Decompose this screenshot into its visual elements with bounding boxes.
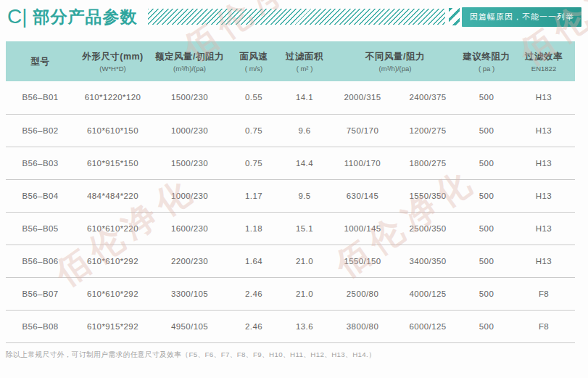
- cell-final-resistance: 500: [460, 147, 513, 179]
- cell-final-resistance: 500: [460, 81, 513, 114]
- cell-final-resistance: 500: [460, 114, 513, 147]
- col-header-sub: (m³/h)/(pa): [151, 65, 228, 73]
- cell-model: B56–B03: [6, 147, 75, 179]
- cell-rated-airflow: 1500/230: [151, 81, 228, 114]
- table-row: B56–B05 610*610*220 1600/230 1.18 15.1 1…: [6, 212, 575, 245]
- col-header-efficiency: 过滤效率 EN1822: [513, 41, 575, 81]
- cell-final-resistance: 500: [460, 179, 513, 212]
- col-header-final-resistance: 建议终阻力 ( pa ): [460, 41, 513, 81]
- table-row: B56–B07 610*610*292 3300/105 2.46 21.0 2…: [6, 277, 575, 310]
- cell-face-velocity: 2.46: [228, 277, 279, 310]
- cell-filter-area: 9.6: [279, 114, 330, 147]
- table-header-row: 型号 外形尺寸(mm) (W*H*D) 额定风量/初阻力 (m³/h)/(pa)…: [6, 41, 575, 81]
- cell-face-velocity: 0.75: [228, 114, 279, 147]
- cell-dimensions: 610*610*220: [75, 212, 151, 245]
- cell-model: B56–B01: [6, 81, 75, 114]
- col-header-label: 外形尺寸(mm): [75, 51, 151, 62]
- cell-face-velocity: 1.17: [228, 179, 279, 212]
- cell-dimensions: 610*1220*120: [75, 81, 151, 114]
- cell-efficiency: H13: [513, 147, 575, 179]
- cell-filter-area: 15.1: [279, 212, 330, 245]
- cell-face-velocity: 0.55: [228, 81, 279, 114]
- col-header-model: 型号: [6, 41, 75, 81]
- cell-final-resistance: 500: [460, 310, 513, 342]
- col-header-sub: ( pa ): [460, 65, 513, 73]
- table-row: B56–B08 610*915*292 4950/105 2.46 13.6 3…: [6, 310, 575, 342]
- cell-efficiency: F8: [513, 277, 575, 310]
- col-header-label: 过滤面积: [279, 51, 330, 62]
- cell-model: B56–B05: [6, 212, 75, 245]
- catalog-page: 佰伦净化 佰伦净化 佰伦净化 佰伦净化 C| 部分产品参数 因篇幅原因，不能一一…: [0, 0, 588, 378]
- cell-airflow-resistance-2: 3400/350: [395, 245, 460, 277]
- cell-filter-area: 14.1: [279, 81, 330, 114]
- col-header-face-velocity: 面风速 ( m/s): [228, 41, 279, 81]
- col-header-dimensions: 外形尺寸(mm) (W*H*D): [75, 41, 151, 81]
- cell-dimensions: 610*610*292: [75, 245, 151, 277]
- cell-airflow-resistance-1: 3800/80: [330, 310, 395, 342]
- cell-model: B56–B02: [6, 114, 75, 147]
- hatch-divider: [148, 9, 446, 25]
- cell-efficiency: H13: [513, 81, 575, 114]
- cell-final-resistance: 500: [460, 245, 513, 277]
- table-row: B56–B01 610*1220*120 1500/230 0.55 14.1 …: [6, 81, 575, 114]
- cell-airflow-resistance-1: 630/145: [330, 179, 395, 212]
- table-row: B56–B02 610*610*150 1000/230 0.75 9.6 75…: [6, 114, 575, 147]
- cell-airflow-resistance-1: 1550/150: [330, 245, 395, 277]
- cell-filter-area: 13.6: [279, 310, 330, 342]
- col-header-sub: (W*H*D): [75, 65, 151, 73]
- cell-airflow-resistance-2: 1800/275: [395, 147, 460, 179]
- cell-filter-area: 21.0: [279, 245, 330, 277]
- page-header: C| 部分产品参数 因篇幅原因，不能一一列举: [7, 3, 581, 30]
- col-header-filter-area: 过滤面积 ( m² ): [279, 41, 330, 81]
- cell-model: B56–B06: [6, 245, 75, 277]
- cell-dimensions: 610*610*150: [75, 114, 151, 147]
- col-header-sub: (m³/h)/(pa): [330, 65, 460, 73]
- col-header-label: 额定风量/初阻力: [151, 51, 228, 62]
- cell-face-velocity: 2.46: [228, 310, 279, 342]
- col-header-sub: ( m/s): [228, 65, 279, 73]
- cell-rated-airflow: 1600/230: [151, 212, 228, 245]
- cell-dimensions: 484*484*220: [75, 179, 151, 212]
- cell-filter-area: 21.0: [279, 277, 330, 310]
- cell-airflow-resistance-2: 4000/125: [395, 277, 460, 310]
- cell-rated-airflow: 1000/230: [151, 179, 228, 212]
- cell-efficiency: H13: [513, 245, 575, 277]
- col-header-label: 过滤效率: [513, 51, 575, 62]
- cell-airflow-resistance-2: 2500/350: [395, 212, 460, 245]
- cell-airflow-resistance-2: 6000/125: [395, 310, 460, 342]
- cell-airflow-resistance-1: 1000/145: [330, 212, 395, 245]
- cell-rated-airflow: 1000/230: [151, 114, 228, 147]
- cell-airflow-resistance-2: 1550/350: [395, 179, 460, 212]
- cell-efficiency: H13: [513, 114, 575, 147]
- cell-model: B56–B07: [6, 277, 75, 310]
- cell-face-velocity: 1.64: [228, 245, 279, 277]
- cell-rated-airflow: 1500/230: [151, 147, 228, 179]
- col-header-label: 不同风量/阻力: [330, 51, 460, 62]
- section-letter: C|: [7, 3, 28, 30]
- cell-rated-airflow: 2200/230: [151, 245, 228, 277]
- cell-face-velocity: 1.18: [228, 212, 279, 245]
- custom-size-footnote: 除以上常规尺寸外，可订制用户需求的任意尺寸及效率（F5、F6、F7、F8、F9、…: [6, 350, 376, 360]
- cell-dimensions: 610*915*292: [75, 310, 151, 342]
- page-title: 部分产品参数: [33, 6, 138, 28]
- cell-airflow-resistance-1: 1100/170: [330, 147, 395, 179]
- col-header-rated-airflow: 额定风量/初阻力 (m³/h)/(pa): [151, 41, 228, 81]
- cell-airflow-resistance-1: 2500/80: [330, 277, 395, 310]
- col-header-label: 型号: [6, 56, 75, 67]
- col-header-sub: EN1822: [513, 65, 575, 73]
- ribbon-slashes-decoration: [449, 8, 460, 25]
- cell-airflow-resistance-1: 2000/315: [330, 81, 395, 114]
- table-row: B56–B03 610*915*150 1500/230 0.75 14.4 1…: [6, 147, 575, 179]
- table-row: B56–B04 484*484*220 1000/230 1.17 9.5 63…: [6, 179, 575, 212]
- cell-model: B56–B08: [6, 310, 75, 342]
- cell-dimensions: 610*610*292: [75, 277, 151, 310]
- cell-dimensions: 610*915*150: [75, 147, 151, 179]
- table-row: B56–B06 610*610*292 2200/230 1.64 21.0 1…: [6, 245, 575, 277]
- cell-filter-area: 9.5: [279, 179, 330, 212]
- cell-airflow-resistance-1: 750/170: [330, 114, 395, 147]
- cell-rated-airflow: 3300/105: [151, 277, 228, 310]
- cell-filter-area: 14.4: [279, 147, 330, 179]
- col-header-label: 建议终阻力: [460, 51, 513, 62]
- cell-final-resistance: 500: [460, 212, 513, 245]
- col-header-sub: ( m² ): [279, 65, 330, 73]
